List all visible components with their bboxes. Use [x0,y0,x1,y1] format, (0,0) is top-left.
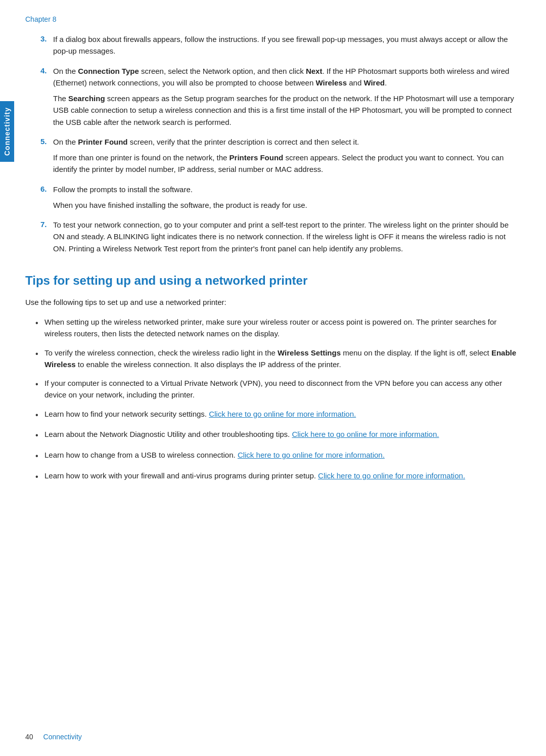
bullet-dot-1: • [35,317,44,330]
numbered-list: 3. If a dialog box about firewalls appea… [40,33,521,254]
bullet-item-5: • Learn about the Network Diagnostic Uti… [35,428,521,442]
bullet-item-7: • Learn how to work with your firewall a… [35,470,521,483]
list-6-para-1: Follow the prompts to install the softwa… [53,184,521,195]
bullet-item-6: • Learn how to change from a USB to wire… [35,449,521,463]
bullet-content-1: When setting up the wireless networked p… [44,316,521,340]
list-number-5: 5. [40,136,53,148]
bullet-content-3: If your computer is connected to a Virtu… [44,377,521,401]
list-number-4: 4. [40,65,53,77]
bullet-content-5: Learn about the Network Diagnostic Utili… [44,428,521,440]
bullet-item-3: • If your computer is connected to a Vir… [35,377,521,401]
list-content-3: If a dialog box about firewalls appears,… [53,33,521,57]
list-item-4: 4. On the Connection Type screen, select… [40,65,521,128]
bullet-item-1: • When setting up the wireless networked… [35,316,521,340]
bullet-content-6: Learn how to change from a USB to wirele… [44,449,521,461]
list-3-para-1: If a dialog box about firewalls appears,… [53,33,521,57]
list-6-para-2: When you have finished installing the so… [53,199,521,211]
side-tab: Connectivity [0,101,14,162]
list-item-5: 5. On the Printer Found screen, verify t… [40,136,521,175]
link-2[interactable]: Click here to go online for more informa… [292,430,439,438]
bullet-dot-6: • [35,450,44,463]
section-heading: Tips for setting up and using a networke… [25,273,521,288]
list-4-para-1: On the Connection Type screen, select th… [53,65,521,89]
link-3[interactable]: Click here to go online for more informa… [238,451,385,459]
list-content-4: On the Connection Type screen, select th… [53,65,521,128]
bullet-list: • When setting up the wireless networked… [35,316,521,483]
list-content-6: Follow the prompts to install the softwa… [53,184,521,211]
bullet-item-4: • Learn how to find your network securit… [35,408,521,422]
bullet-dot-5: • [35,429,44,442]
bullet-content-2: To verify the wireless connection, check… [44,347,521,371]
list-number-3: 3. [40,33,53,45]
bullet-content-4: Learn how to find your network security … [44,408,521,420]
list-item-3: 3. If a dialog box about firewalls appea… [40,33,521,57]
chapter-header: Chapter 8 [25,15,521,23]
list-7-para-1: To test your network connection, go to y… [53,219,521,254]
bullet-dot-3: • [35,378,44,391]
page-container: Connectivity Chapter 8 3. If a dialog bo… [0,0,546,756]
footer-chapter-label: Connectivity [43,733,82,741]
footer-page-number: 40 [25,733,33,741]
intro-paragraph: Use the following tips to set up and use… [25,296,521,308]
link-4[interactable]: Click here to go online for more informa… [318,471,465,480]
side-tab-label: Connectivity [3,107,11,156]
list-number-7: 7. [40,219,53,231]
bullet-content-7: Learn how to work with your firewall and… [44,470,521,481]
page-footer: 40 Connectivity [25,733,521,741]
bullet-dot-2: • [35,348,44,361]
list-5-para-1: On the Printer Found screen, verify that… [53,136,521,148]
list-content-7: To test your network connection, go to y… [53,219,521,254]
list-item-6: 6. Follow the prompts to install the sof… [40,184,521,211]
main-content: Chapter 8 3. If a dialog box about firew… [25,0,521,521]
link-1[interactable]: Click here to go online for more informa… [209,410,356,418]
bullet-dot-7: • [35,471,44,483]
list-item-7: 7. To test your network connection, go t… [40,219,521,254]
list-content-5: On the Printer Found screen, verify that… [53,136,521,175]
bullet-item-2: • To verify the wireless connection, che… [35,347,521,371]
list-4-para-2: The Searching screen appears as the Setu… [53,93,521,128]
bullet-dot-4: • [35,409,44,422]
list-5-para-2: If more than one printer is found on the… [53,152,521,175]
list-number-6: 6. [40,184,53,195]
